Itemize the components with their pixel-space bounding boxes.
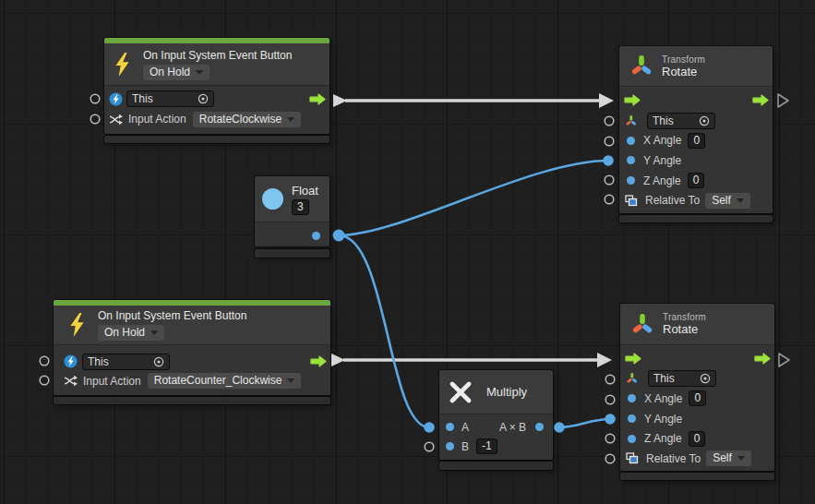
port-multiply-output[interactable] [554, 422, 565, 433]
relative-to-dropdown[interactable]: Self [706, 450, 751, 466]
port-event2-this[interactable] [40, 356, 49, 366]
multiply-b-field[interactable]: -1 [476, 438, 497, 454]
multiply-icon [449, 380, 473, 404]
node-rotate-bottom[interactable]: Transform Rotate [620, 304, 774, 480]
control-output-arrow-icon[interactable] [309, 93, 326, 105]
port-rotate2-z-angle[interactable] [605, 434, 615, 443]
x-angle-label: X Angle [644, 392, 682, 405]
value-wire-float-to-yangle-top[interactable] [339, 161, 608, 235]
node-event-rotate-counter-clockwise[interactable]: On Input System Event Button On Hold Thi… [54, 300, 330, 404]
value-port-icon [446, 423, 454, 431]
target-picker-icon[interactable] [700, 373, 711, 384]
transform-icon [630, 312, 653, 337]
float-value-field[interactable]: 3 [292, 199, 309, 215]
port-event1-this[interactable] [90, 94, 100, 103]
x-angle-field[interactable]: 0 [689, 390, 706, 406]
port-rotate1-x-angle[interactable] [605, 137, 614, 146]
relative-to-value: Self [713, 451, 732, 465]
input-action-icon [64, 375, 78, 387]
unity-object-icon [64, 354, 78, 368]
node-float[interactable]: Float 3 [255, 176, 330, 258]
input-action-value: RotateClockwise [199, 113, 282, 126]
target-picker-icon[interactable] [198, 93, 209, 104]
multiply-b-label: B [461, 440, 469, 453]
port-event1-input-action[interactable] [90, 114, 100, 124]
y-angle-label: Y Angle [644, 413, 682, 426]
port-rotate2-this[interactable] [605, 375, 615, 384]
input-action-icon [109, 114, 123, 126]
transform-mini-icon [625, 114, 637, 127]
input-action-dropdown[interactable]: RotateCounter_Clockwise [148, 373, 302, 389]
multiply-a-label: A [461, 421, 469, 434]
value-port-icon [446, 442, 454, 450]
port-rotate1-z-angle[interactable] [605, 175, 614, 185]
x-angle-field[interactable]: 0 [688, 133, 705, 149]
value-wire-float-to-multiply-a[interactable] [339, 235, 429, 427]
node-footer [439, 462, 553, 470]
value-port-icon [628, 435, 636, 443]
dropdown-caret-icon [150, 330, 158, 335]
z-angle-label: Z Angle [643, 174, 681, 187]
this-field[interactable]: This [126, 90, 214, 107]
port-rotate1-control-out[interactable] [778, 94, 788, 107]
node-footer [54, 397, 330, 404]
control-output-arrow-icon[interactable] [310, 355, 327, 367]
z-angle-field[interactable]: 0 [689, 431, 706, 447]
port-rotate2-y-angle[interactable] [605, 414, 616, 425]
port-multiply-a[interactable] [424, 422, 435, 433]
input-action-dropdown[interactable]: RotateClockwise [193, 112, 301, 127]
event-node-title: On Input System Event Button [98, 309, 246, 322]
node-title: Float [292, 184, 318, 198]
this-field-value: This [653, 114, 674, 127]
node-footer [255, 249, 330, 258]
this-field[interactable]: This [647, 113, 715, 129]
port-rotate2-control-out[interactable] [779, 354, 789, 366]
port-multiply-b[interactable] [425, 442, 434, 451]
control-input-arrow-icon[interactable] [624, 94, 641, 106]
target-picker-icon[interactable] [699, 115, 710, 126]
float-icon [262, 188, 283, 210]
z-angle-field[interactable]: 0 [688, 173, 705, 188]
this-field[interactable]: This [82, 354, 170, 370]
relative-to-label: Relative To [645, 194, 700, 207]
port-rotate1-relative-to[interactable] [605, 195, 614, 204]
relative-to-dropdown[interactable]: Self [705, 193, 750, 209]
port-float-output[interactable] [333, 230, 345, 242]
dropdown-caret-icon [287, 117, 294, 122]
node-event-rotate-clockwise[interactable]: On Input System Event Button On Hold Thi… [104, 38, 330, 143]
control-wire-top[interactable] [333, 93, 614, 108]
event-mode-value: On Hold [104, 326, 145, 340]
input-action-label: Input Action [83, 375, 141, 388]
event-mode-dropdown[interactable]: On Hold [98, 325, 164, 341]
this-field[interactable]: This [648, 370, 716, 387]
dropdown-caret-icon [737, 456, 745, 461]
y-angle-label: Y Angle [643, 154, 681, 167]
value-port-icon [628, 414, 636, 423]
value-port-icon [312, 232, 320, 240]
value-port-icon [627, 137, 635, 145]
control-output-arrow-icon[interactable] [752, 94, 769, 106]
target-picker-icon[interactable] [153, 356, 164, 367]
port-rotate2-x-angle[interactable] [605, 395, 615, 404]
multiply-output-label: A × B [499, 421, 526, 434]
node-rotate-top[interactable]: Transform Rotate [619, 46, 773, 222]
control-wire-bottom[interactable] [331, 353, 612, 367]
graph-canvas[interactable]: On Input System Event Button On Hold Thi… [0, 0, 815, 504]
control-output-arrow-icon[interactable] [754, 353, 771, 365]
port-event2-input-action[interactable] [40, 376, 49, 385]
event-mode-dropdown[interactable]: On Hold [143, 65, 210, 80]
value-wire-multiply-to-yangle-bottom[interactable] [559, 419, 610, 427]
value-port-icon [627, 176, 635, 185]
control-input-arrow-icon[interactable] [625, 353, 641, 365]
dropdown-caret-icon [196, 70, 203, 75]
unity-object-icon [109, 92, 123, 106]
port-rotate1-y-angle[interactable] [603, 155, 614, 166]
node-title: Rotate [662, 65, 705, 78]
transform-mini-icon [626, 372, 638, 385]
node-footer [104, 136, 330, 143]
this-field-value: This [132, 92, 153, 105]
port-rotate1-this[interactable] [605, 116, 614, 126]
this-field-value: This [653, 372, 675, 385]
port-rotate2-relative-to[interactable] [605, 454, 615, 463]
node-multiply[interactable]: Multiply A A × B B -1 [439, 370, 553, 470]
